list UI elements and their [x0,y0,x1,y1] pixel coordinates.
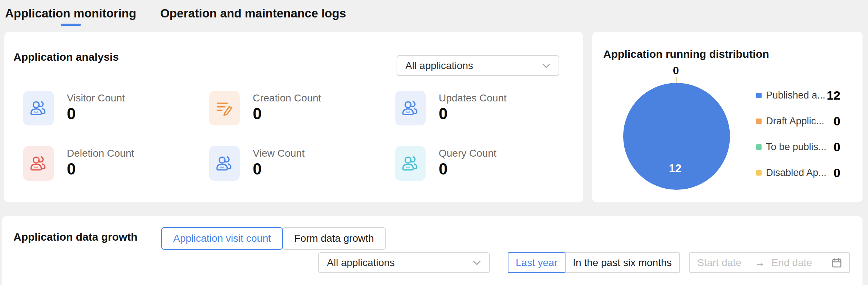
stat-item: Query Count0 [395,146,581,181]
range-button-last-year[interactable]: Last year [508,252,565,273]
range-button-label: Last year [516,257,557,269]
arrow-right-icon: → [755,257,765,269]
stat-item: Updates Count0 [395,91,581,125]
stat-label: Query Count [439,148,496,159]
date-range-picker[interactable]: → [689,252,850,273]
legend-label: Draft Applic... [766,116,824,127]
application-analysis-card: Application analysis All applications Vi… [4,32,583,202]
stats-grid: Visitor Count0 Creation Count0 Updates C… [23,91,581,181]
legend-item[interactable]: Disabled Ap...0 [756,166,840,180]
growth-view-tabs: Application visit count Form data growth [161,227,386,250]
tab-label: Form data growth [294,233,374,244]
users-icon [23,91,54,125]
range-button-past-six-months[interactable]: In the past six months [565,252,680,273]
legend-label: Published a... [766,90,826,101]
legend-value: 0 [833,114,840,128]
pie-callout-label: 0 [673,64,679,76]
stat-value: 0 [439,105,507,123]
chevron-down-icon [542,63,551,69]
pie-inside-label: 12 [669,162,681,175]
legend-value: 12 [827,88,840,103]
select-value: All applications [327,257,395,269]
stat-text: Query Count0 [439,146,496,181]
users-icon [395,146,426,181]
stat-label: Visitor Count [67,92,125,104]
analysis-app-filter-select[interactable]: All applications [397,55,559,76]
stat-value: 0 [253,105,321,123]
legend-value: 0 [833,166,840,180]
tab-application-visit-count[interactable]: Application visit count [161,227,283,250]
range-button-label: In the past six months [573,257,672,269]
stat-item: Creation Count0 [209,91,395,125]
top-tab-bar: Application monitoring Operation and mai… [5,0,346,32]
chevron-down-icon [472,260,481,266]
stat-label: Updates Count [439,92,507,104]
stat-value: 0 [67,160,134,178]
stat-text: Creation Count0 [253,91,321,125]
stat-label: Creation Count [253,92,321,104]
users-icon [395,91,426,125]
tab-label: Application monitoring [5,7,136,20]
active-tab-underline [61,24,81,26]
application-running-distribution-card: Application running distribution 0 12 Pu… [592,32,863,202]
dashboard: Application monitoring Operation and mai… [0,0,868,285]
pie-callout-line [676,77,677,83]
stat-item: View Count0 [209,146,395,181]
legend-marker [756,144,762,150]
legend-marker [756,170,762,176]
users-icon [209,146,240,181]
stat-text: Deletion Count0 [67,146,134,181]
stat-item: Visitor Count0 [23,91,209,125]
tab-label: Operation and maintenance logs [160,7,346,20]
end-date-input[interactable] [771,257,823,269]
stat-label: Deletion Count [67,148,134,159]
stat-value: 0 [67,105,125,123]
legend-value: 0 [833,140,840,154]
stat-value: 0 [439,160,496,178]
stat-text: Visitor Count0 [67,91,125,125]
legend-marker [756,93,762,98]
legend-item[interactable]: Published a...12 [756,88,840,103]
stat-item: Deletion Count0 [23,146,209,181]
stat-text: Updates Count0 [439,91,507,125]
tab-application-monitoring[interactable]: Application monitoring [5,7,136,26]
start-date-input[interactable] [697,257,749,269]
application-data-growth-card: Application data growth Application visi… [2,216,863,285]
select-value: All applications [405,60,473,72]
growth-app-filter-select[interactable]: All applications [318,252,490,273]
legend-item[interactable]: Draft Applic...0 [756,114,840,128]
legend-marker [756,119,762,124]
growth-card-title: Application data growth [13,231,138,243]
edit-list-icon [209,91,240,125]
time-range-buttons: Last year In the past six months [508,252,680,273]
tab-label: Application visit count [173,233,271,244]
stat-text: View Count0 [253,146,305,181]
legend-item[interactable]: To be publis...0 [756,140,840,154]
stat-label: View Count [253,148,305,159]
legend-label: Disabled Ap... [766,167,827,178]
analysis-card-title: Application analysis [13,51,119,63]
tab-form-data-growth[interactable]: Form data growth [282,227,386,250]
stat-value: 0 [253,160,305,178]
legend-label: To be publis... [766,141,827,153]
calendar-icon[interactable] [831,257,843,269]
tab-operation-maintenance-logs[interactable]: Operation and maintenance logs [160,7,346,26]
users-icon [23,146,54,181]
